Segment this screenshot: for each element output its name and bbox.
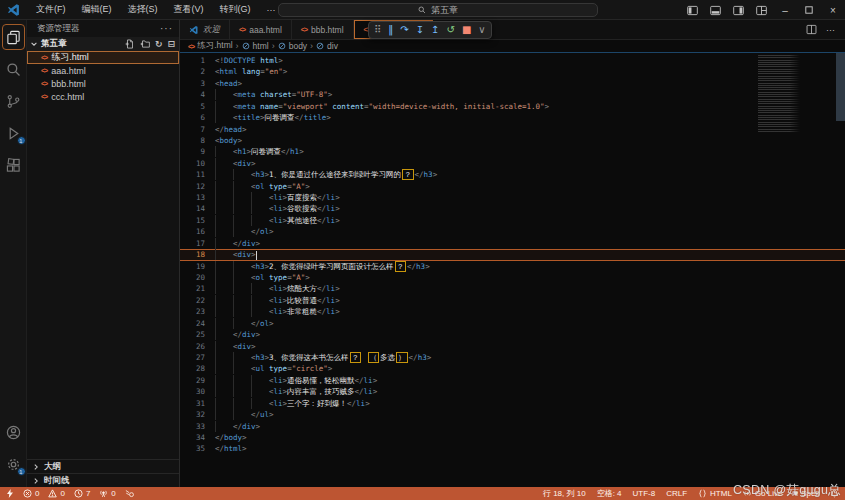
menu-item[interactable]: 选择(S)	[121, 1, 165, 18]
code-line[interactable]: 27<h3>3、你觉得这本书怎么样？ （多选）</h3>	[180, 352, 845, 363]
line-content: <li>百度搜索</li>	[215, 192, 340, 203]
code-line[interactable]: 26<div>	[180, 341, 845, 352]
code-line[interactable]: 29<li>通俗易懂，轻松幽默</li>	[180, 375, 845, 386]
breadcrumb-item[interactable]: body	[278, 41, 307, 51]
code-line[interactable]: 31<li>三个字：好到爆！</li>	[180, 398, 845, 409]
step-out-icon[interactable]: ↥	[431, 22, 439, 38]
drag-handle-icon[interactable]: ⠿	[374, 22, 381, 38]
status-item[interactable]: UTF-8	[633, 489, 656, 498]
code-line[interactable]: 21<li>炫酷大方</li>	[180, 283, 845, 294]
menu-item[interactable]: 转到(G)	[213, 1, 258, 18]
code-line[interactable]: 20<ol type="A">	[180, 272, 845, 283]
pause-icon[interactable]: ‖	[388, 22, 393, 38]
code-line[interactable]: 4<meta charset="UTF-8">	[180, 89, 845, 100]
settings-gear-icon[interactable]: 1	[2, 451, 25, 477]
file-item[interactable]: <>练习.html	[27, 51, 179, 64]
breadcrumb-item[interactable]: html	[242, 41, 269, 51]
run-debug-icon[interactable]: 1	[2, 120, 25, 146]
close-button[interactable]: ×	[821, 0, 845, 20]
comet-icon[interactable]	[125, 489, 135, 498]
explorer-icon[interactable]	[2, 24, 25, 50]
tab-bbb.html[interactable]: <>bbb.html	[292, 20, 354, 39]
code-line[interactable]: 17</div>	[180, 238, 845, 249]
scrollbar-thumb[interactable]	[836, 53, 845, 121]
status-item[interactable]: 行 18, 列 10	[543, 488, 586, 499]
code-editor[interactable]: 1<!DOCTYPE html>2<html lang="en">3<head>…	[180, 53, 845, 487]
timeline-section[interactable]: 时间线	[27, 473, 179, 487]
code-line[interactable]: 33</div>	[180, 421, 845, 432]
refresh-icon[interactable]: ↻	[155, 40, 163, 49]
code-line[interactable]: 30<li>内容丰富，技巧贼多</li>	[180, 386, 845, 397]
new-file-icon[interactable]	[125, 39, 135, 49]
new-folder-icon[interactable]	[140, 39, 150, 49]
toggle-panel-icon[interactable]	[710, 5, 721, 16]
stop-icon[interactable]: ■	[462, 22, 471, 38]
maximize-button[interactable]	[797, 0, 821, 20]
code-line[interactable]: 28<ul type="circle">	[180, 363, 845, 374]
more-actions-icon[interactable]: ···	[826, 25, 835, 35]
code-line[interactable]: 18<div>	[180, 249, 845, 260]
menu-item[interactable]: 文件(F)	[29, 1, 73, 18]
code-line[interactable]: 16</ol>	[180, 226, 845, 237]
code-line[interactable]: 13<li>百度搜索</li>	[180, 192, 845, 203]
code-line[interactable]: 8<body>	[180, 135, 845, 146]
menu-item[interactable]: 查看(V)	[167, 1, 211, 18]
tab-欢迎[interactable]: 欢迎	[180, 20, 230, 39]
code-line[interactable]: 24</ol>	[180, 318, 845, 329]
breadcrumb-item[interactable]: <>练习.html	[188, 40, 233, 52]
file-item[interactable]: <>bbb.html	[27, 77, 179, 90]
code-line[interactable]: 1<!DOCTYPE html>	[180, 55, 845, 66]
tab-aaa.html[interactable]: <>aaa.html	[230, 20, 292, 39]
account-icon[interactable]	[2, 419, 25, 445]
code-line[interactable]: 10<div>	[180, 158, 845, 169]
code-line[interactable]: 7</head>	[180, 124, 845, 135]
customize-layout-icon[interactable]	[756, 5, 767, 16]
code-line[interactable]: 5<meta name="viewport" content="width=de…	[180, 101, 845, 112]
split-editor-icon[interactable]	[806, 24, 817, 35]
warning-icon[interactable]: 0	[48, 489, 64, 498]
minimap[interactable]	[758, 55, 800, 133]
code-line[interactable]: 6<title>问卷调查</title>	[180, 112, 845, 123]
explorer-more-icon[interactable]: ···	[160, 23, 173, 34]
collapse-all-icon[interactable]: ⊟	[167, 40, 175, 49]
breadcrumb-item[interactable]: div	[316, 41, 338, 51]
toggle-secondary-sidebar-icon[interactable]	[733, 5, 744, 16]
code-line[interactable]: 3<head>	[180, 78, 845, 89]
code-line[interactable]: 15<li>其他途径</li>	[180, 215, 845, 226]
minimize-button[interactable]: –	[773, 0, 797, 20]
toggle-sidebar-icon[interactable]	[687, 5, 698, 16]
code-line[interactable]: 9<h1>问卷调查</h1>	[180, 146, 845, 157]
code-line[interactable]: 25</div>	[180, 329, 845, 340]
code-line[interactable]: 23<li>非常粗糙</li>	[180, 306, 845, 317]
outline-section[interactable]: 大纲	[27, 459, 179, 473]
status-item[interactable]: CRLF	[666, 489, 687, 498]
code-line[interactable]: 22<li>比较普通</li>	[180, 295, 845, 306]
file-item[interactable]: <>ccc.html	[27, 90, 179, 103]
braces-icon[interactable]: HTML	[698, 489, 732, 498]
code-line[interactable]: 35</html>	[180, 443, 845, 454]
code-line[interactable]: 32</ul>	[180, 409, 845, 420]
extensions-icon[interactable]	[2, 152, 25, 178]
error-icon[interactable]: 0	[23, 489, 39, 498]
code-line[interactable]: 2<html lang="en">	[180, 66, 845, 77]
folder-section-header[interactable]: 第五章 ↻ ⊟	[27, 37, 179, 51]
tower-icon[interactable]: 0	[99, 489, 115, 498]
source-control-icon[interactable]	[2, 88, 25, 114]
line-number: 3	[180, 78, 205, 89]
code-line[interactable]: 12<ol type="A">	[180, 181, 845, 192]
code-line[interactable]: 14<li>谷歌搜索</li>	[180, 203, 845, 214]
clock-icon[interactable]: 7	[74, 489, 90, 498]
restart-icon[interactable]: ↺	[447, 22, 455, 38]
command-search-box[interactable]: 第五章	[278, 3, 598, 17]
search-sidebar-icon[interactable]	[2, 56, 25, 82]
code-line[interactable]: 19<h3>2、你觉得绿叶学习网页面设计怎么样？</h3>	[180, 261, 845, 272]
step-into-icon[interactable]: ↧	[416, 22, 424, 38]
remote-icon[interactable]	[6, 489, 14, 498]
code-line[interactable]: 34</body>	[180, 432, 845, 443]
menu-item[interactable]: 编辑(E)	[75, 1, 119, 18]
code-line[interactable]: 11<h3>1、你是通过什么途径来到绿叶学习网的？</h3>	[180, 169, 845, 180]
stop-dropdown-icon[interactable]: ∨	[478, 22, 485, 38]
step-over-icon[interactable]: ↷	[400, 22, 408, 38]
file-item[interactable]: <>aaa.html	[27, 64, 179, 77]
status-item[interactable]: 空格: 4	[597, 488, 622, 499]
